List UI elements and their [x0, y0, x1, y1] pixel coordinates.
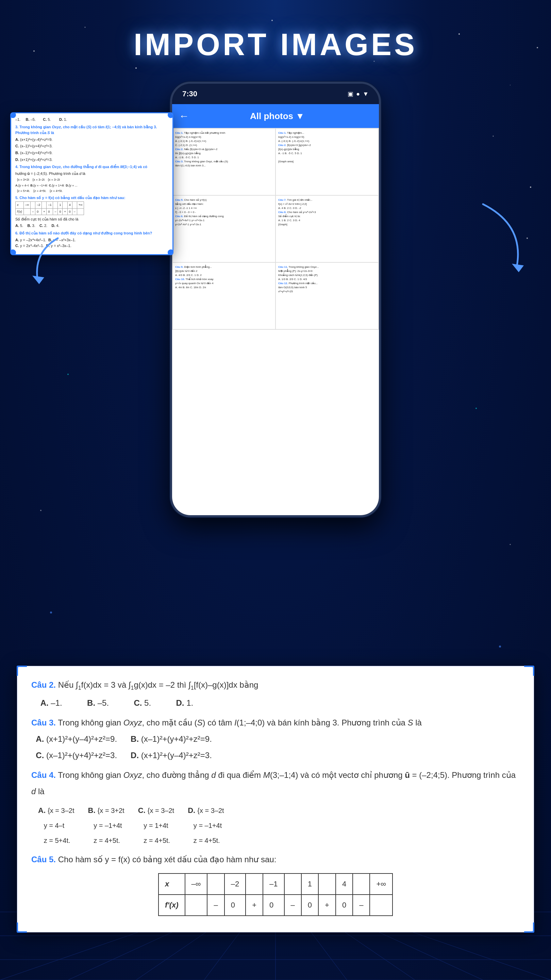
battery-icon: ▼ [362, 91, 369, 98]
bracket-tr [524, 666, 534, 676]
bracket-br [524, 923, 534, 933]
cell-math-1: Câu 1. Tập nghiệm của bất phương trình l… [174, 130, 274, 169]
cau4-label: Câu 4. [31, 770, 56, 780]
grid-cell-4[interactable]: Câu 7. Tìm giá trị lớn nhất... f(x) = x³… [276, 196, 378, 262]
handle-tr[interactable] [168, 112, 173, 118]
svg-point-17 [40, 510, 41, 511]
svg-marker-41 [512, 264, 524, 272]
grid-cell-6[interactable]: Câu 11. Trong không gian Oxyz... Mặt phẳ… [276, 263, 378, 329]
handle-br[interactable] [168, 250, 173, 255]
cau3-label: Câu 3. [31, 718, 56, 727]
phone-time: 7:30 [182, 89, 197, 98]
appbar-title-text: All photos [250, 111, 293, 121]
svg-point-15 [67, 374, 69, 375]
phone-mockup: 7:30 ▣ ● ▼ ← All photos ▼ Câu 1. Tập n [170, 82, 381, 517]
svg-point-4 [272, 20, 273, 21]
grid-cell-2[interactable]: Câu 1. Tập nghiệm... log(x²+x-2) ≤ log(x… [276, 129, 378, 195]
handle-bl[interactable] [10, 250, 16, 255]
cell-math-3: Câu 5. Cho hàm số y=f(x) bảng xét dấu đạ… [174, 197, 274, 228]
back-button[interactable]: ← [179, 110, 189, 122]
wifi-icon: ● [356, 91, 360, 98]
app-bar: ← All photos ▼ [172, 104, 379, 128]
grid-cell-3[interactable]: Câu 5. Cho hàm số y=f(x) bảng xét dấu đạ… [173, 196, 275, 262]
svg-point-16 [475, 408, 477, 409]
grid-cell-5[interactable]: Câu 9. Diện tích hình phẳng... ∫|f(x)|dx… [173, 263, 275, 329]
cell-math-5: Câu 9. Diện tích hình phẳng... ∫|f(x)|dx… [174, 264, 274, 291]
cau5-label: Câu 5. [31, 855, 56, 864]
cell-math-6: Câu 11. Trong không gian Oxyz... Mặt phẳ… [277, 264, 377, 295]
svg-point-2 [135, 67, 137, 69]
bracket-tl [17, 666, 27, 676]
arrow-left [27, 231, 68, 286]
parametric-equations: A. {x = 3–2t y = 4–t z = 5+4t. B. {x = 3… [38, 803, 520, 848]
cell-math-2: Câu 1. Tập nghiệm... log(x²+x-2) ≤ log(x… [277, 130, 377, 165]
dropdown-icon[interactable]: ▼ [295, 111, 305, 121]
svg-point-34 [50, 611, 52, 614]
grid-cell-1[interactable]: Câu 1. Tập nghiệm của bất phương trình l… [173, 129, 275, 195]
photo-grid: Câu 1. Tập nghiệm của bất phương trình l… [172, 128, 379, 330]
phone-content: Câu 1. Tập nghiệm của bất phương trình l… [172, 128, 379, 515]
cau2-label: Câu 2. [31, 680, 56, 689]
appbar-title: All photos ▼ [196, 111, 359, 121]
extracted-card: Câu 2. Nếu ∫1f(x)dx = 3 và ∫1g(x)dx = –2… [17, 666, 534, 932]
svg-point-12 [530, 186, 531, 188]
svg-point-18 [510, 544, 511, 545]
extracted-content: Câu 2. Nếu ∫1f(x)dx = 3 và ∫1g(x)dx = –2… [31, 677, 520, 916]
phone-frame: 7:30 ▣ ● ▼ ← All photos ▼ Câu 1. Tập n [170, 82, 381, 517]
arrow-right [476, 197, 530, 272]
page-title: IMPORT IMAGES [0, 27, 551, 62]
svg-point-11 [493, 136, 494, 137]
phone-status-icons: ▣ ● ▼ [348, 90, 369, 98]
svg-point-35 [499, 646, 501, 648]
svg-marker-40 [32, 275, 44, 284]
derivative-sign-table: x –∞ –2 –1 1 4 +∞ f'(x) – 0 + 0 – [158, 873, 393, 916]
phone-status-bar: 7:30 ▣ ● ▼ [172, 84, 379, 104]
signal-icon: ▣ [348, 90, 353, 98]
svg-point-7 [510, 85, 511, 86]
bracket-bl [17, 923, 27, 933]
cell-math-4: Câu 7. Tìm giá trị lớn nhất... f(x) = x³… [277, 197, 377, 228]
